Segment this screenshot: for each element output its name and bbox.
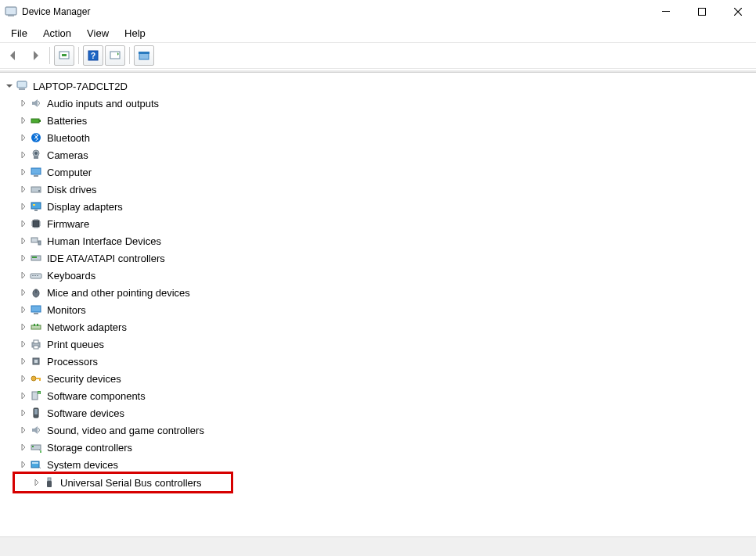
tree-category-row[interactable]: Monitors bbox=[19, 301, 754, 318]
swdev-icon bbox=[30, 407, 42, 419]
tree-category-row[interactable]: Network adapters bbox=[19, 318, 754, 335]
tree-category-row[interactable]: Universal Serial Bus controllers bbox=[32, 474, 202, 491]
caret-right-icon bbox=[20, 134, 27, 142]
expand-toggle[interactable] bbox=[19, 391, 28, 400]
caret-right-icon bbox=[20, 254, 27, 262]
bluetooth-icon bbox=[30, 131, 42, 144]
caret-right-icon bbox=[20, 168, 27, 176]
expand-toggle[interactable] bbox=[19, 99, 28, 108]
expand-toggle[interactable] bbox=[19, 443, 28, 452]
network-icon bbox=[30, 321, 42, 333]
expand-toggle[interactable] bbox=[19, 253, 28, 263]
tree-category-row[interactable]: Software components bbox=[19, 387, 754, 404]
tree-category-row[interactable]: Human Interface Devices bbox=[19, 232, 754, 249]
ide-icon bbox=[30, 252, 42, 264]
expand-toggle[interactable] bbox=[5, 81, 14, 91]
menu-action[interactable]: Action bbox=[35, 26, 79, 41]
sound-icon bbox=[30, 424, 42, 436]
system-icon bbox=[30, 458, 42, 471]
expand-toggle[interactable] bbox=[19, 185, 28, 194]
menu-view[interactable]: View bbox=[79, 26, 117, 41]
expand-toggle[interactable] bbox=[19, 339, 28, 349]
tree-category-label: Keyboards bbox=[47, 270, 95, 282]
maximize-button[interactable] bbox=[684, 0, 720, 23]
expand-toggle[interactable] bbox=[19, 425, 28, 435]
title-bar: Device Manager bbox=[0, 0, 756, 23]
expand-toggle[interactable] bbox=[19, 357, 28, 366]
expand-toggle[interactable] bbox=[19, 167, 28, 177]
tree-category-row[interactable]: Keyboards bbox=[19, 267, 754, 284]
tree-category-label: System devices bbox=[47, 459, 118, 471]
keyboard-icon bbox=[30, 269, 42, 282]
toolbar-back-button[interactable] bbox=[3, 45, 23, 66]
monitor-icon bbox=[30, 166, 42, 178]
toolbar-update-driver-button[interactable] bbox=[105, 45, 125, 66]
menu-help[interactable]: Help bbox=[117, 26, 153, 41]
expand-toggle[interactable] bbox=[32, 478, 41, 487]
tree-category-row[interactable]: Display adapters bbox=[19, 198, 754, 215]
back-arrow-icon bbox=[7, 49, 20, 62]
tree-category-row[interactable]: Firmware bbox=[19, 215, 754, 232]
tree-category-row[interactable]: Bluetooth bbox=[19, 129, 754, 146]
tree-category-row[interactable]: Software devices bbox=[19, 404, 754, 421]
expand-toggle[interactable] bbox=[19, 374, 28, 383]
usb-icon bbox=[43, 476, 56, 489]
toolbar bbox=[0, 43, 756, 69]
expand-toggle[interactable] bbox=[19, 322, 28, 332]
tree-category-row[interactable]: Disk drives bbox=[19, 181, 754, 198]
tree-category-row[interactable]: Computer bbox=[19, 163, 754, 181]
tree-category-row[interactable]: Processors bbox=[19, 353, 754, 370]
tree-category-label: Universal Serial Bus controllers bbox=[60, 477, 202, 489]
window-title: Device Manager bbox=[22, 6, 648, 17]
highlighted-category: Universal Serial Bus controllers bbox=[13, 472, 233, 493]
tree-root-row[interactable]: LAPTOP-7ADCLT2D bbox=[5, 77, 754, 95]
caret-right-icon bbox=[20, 461, 27, 468]
expand-toggle[interactable] bbox=[19, 288, 28, 297]
storage-icon bbox=[30, 441, 42, 454]
tree-category-label: Human Interface Devices bbox=[47, 235, 161, 247]
tree-category-row[interactable]: Audio inputs and outputs bbox=[19, 95, 754, 112]
maximize-icon bbox=[698, 8, 706, 16]
device-tree: LAPTOP-7ADCLT2D Audio inputs and outputs… bbox=[0, 73, 756, 497]
menu-file[interactable]: File bbox=[3, 26, 35, 41]
tree-category-label: Bluetooth bbox=[47, 132, 90, 144]
chip-icon bbox=[30, 217, 42, 230]
toolbar-forward-button[interactable] bbox=[25, 45, 45, 66]
caret-right-icon bbox=[20, 220, 27, 228]
caret-right-icon bbox=[20, 289, 27, 296]
expand-toggle[interactable] bbox=[19, 150, 28, 160]
caret-right-icon bbox=[33, 479, 41, 486]
expand-toggle[interactable] bbox=[19, 408, 28, 418]
tree-category-label: Sound, video and game controllers bbox=[47, 425, 204, 436]
expand-toggle[interactable] bbox=[19, 271, 28, 280]
tree-category-row[interactable]: Security devices bbox=[19, 370, 754, 387]
computer-icon bbox=[16, 80, 28, 92]
tree-category-label: Computer bbox=[47, 167, 92, 178]
tree-category-label: Software components bbox=[47, 390, 146, 402]
tree-category-row[interactable]: Storage controllers bbox=[19, 439, 754, 456]
caret-right-icon bbox=[20, 340, 27, 348]
expand-toggle[interactable] bbox=[19, 305, 28, 314]
tree-category-row[interactable]: System devices bbox=[19, 456, 754, 473]
caret-down-icon bbox=[5, 82, 13, 90]
expand-toggle[interactable] bbox=[19, 116, 28, 125]
expand-toggle[interactable] bbox=[19, 133, 28, 142]
tree-category-row[interactable]: Mice and other pointing devices bbox=[19, 284, 754, 301]
tree-category-row[interactable]: IDE ATA/ATAPI controllers bbox=[19, 249, 754, 267]
close-button[interactable] bbox=[720, 0, 756, 23]
speaker-icon bbox=[30, 97, 42, 109]
toolbar-uninstall-button[interactable] bbox=[134, 45, 154, 66]
minimize-button[interactable] bbox=[648, 0, 684, 23]
expand-toggle[interactable] bbox=[19, 460, 28, 469]
tree-category-label: Security devices bbox=[47, 373, 121, 385]
expand-toggle[interactable] bbox=[19, 236, 28, 246]
toolbar-help-button[interactable] bbox=[83, 45, 103, 66]
toolbar-separator bbox=[49, 47, 50, 64]
tree-category-row[interactable]: Sound, video and game controllers bbox=[19, 421, 754, 439]
expand-toggle[interactable] bbox=[19, 219, 28, 228]
tree-category-row[interactable]: Cameras bbox=[19, 146, 754, 163]
expand-toggle[interactable] bbox=[19, 202, 28, 211]
tree-category-row[interactable]: Print queues bbox=[19, 335, 754, 353]
tree-category-row[interactable]: Batteries bbox=[19, 112, 754, 129]
toolbar-scan-button[interactable] bbox=[54, 45, 74, 66]
